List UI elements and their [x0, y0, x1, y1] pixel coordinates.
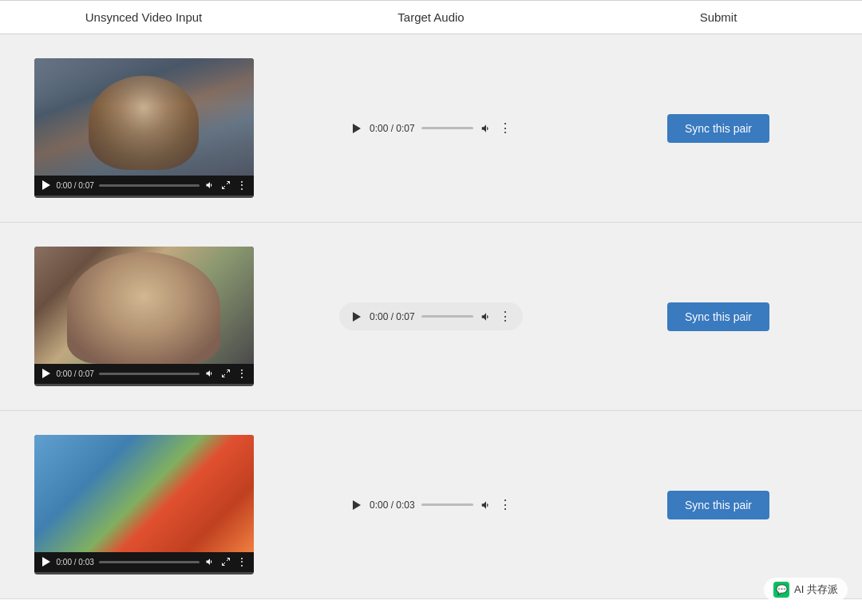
video-controls-2: 0:00 / 0:07 ⋮	[34, 364, 254, 384]
audio-play-btn-2[interactable]	[350, 310, 363, 323]
video-player-3[interactable]: 0:00 / 0:03 ⋮	[34, 435, 254, 575]
audio-cell-2: 0:00 / 0:07 ⋮	[287, 302, 575, 330]
audio-volume-btn-3[interactable]	[480, 499, 492, 511]
audio-player-2: 0:00 / 0:07 ⋮	[339, 302, 523, 330]
video-menu-btn-2[interactable]: ⋮	[236, 368, 247, 379]
rows-container: 0:00 / 0:07 ⋮ 0:00 /	[0, 34, 862, 599]
audio-cell-1: 0:00 / 0:07 ⋮	[287, 114, 575, 142]
video-cell-3: 0:00 / 0:03 ⋮	[0, 435, 287, 575]
video-player-2[interactable]: 0:00 / 0:07 ⋮	[34, 247, 254, 386]
table-header: Unsynced Video Input Target Audio Submit	[0, 0, 862, 34]
audio-progress-bar-3[interactable]	[421, 503, 473, 506]
submit-cell-2: Sync this pair	[575, 302, 862, 331]
video-time-1: 0:00 / 0:07	[57, 181, 94, 190]
submit-cell-1: Sync this pair	[575, 114, 862, 143]
video-volume-2[interactable]	[204, 368, 216, 379]
video-thumbnail-1	[34, 58, 254, 176]
svg-line-2	[227, 370, 230, 373]
video-thumbnail-2	[34, 247, 254, 364]
video-volume-3[interactable]	[204, 556, 216, 567]
audio-time-3: 0:00 / 0:03	[370, 500, 415, 511]
video-play-btn-1[interactable]	[41, 180, 52, 191]
sync-pair-btn-3[interactable]: Sync this pair	[667, 491, 769, 519]
video-controls-1: 0:00 / 0:07 ⋮	[34, 176, 254, 195]
video-time-2: 0:00 / 0:07	[57, 369, 94, 378]
sync-pair-btn-1[interactable]: Sync this pair	[667, 114, 769, 143]
video-fullscreen-2[interactable]	[220, 368, 231, 379]
sync-pair-btn-2[interactable]: Sync this pair	[667, 302, 769, 331]
audio-time-1: 0:00 / 0:07	[370, 123, 415, 134]
audio-menu-btn-3[interactable]: ⋮	[499, 497, 512, 512]
video-time-3: 0:00 / 0:03	[57, 558, 94, 567]
video-menu-btn-3[interactable]: ⋮	[236, 556, 247, 567]
audio-progress-bar-1[interactable]	[421, 127, 473, 129]
video-controls-3: 0:00 / 0:03 ⋮	[34, 552, 254, 572]
submit-cell-3: Sync this pair	[575, 491, 862, 519]
video-cell-1: 0:00 / 0:07 ⋮	[0, 58, 287, 198]
audio-player-1: 0:00 / 0:07 ⋮	[339, 114, 523, 142]
video-progress-2[interactable]	[99, 373, 200, 375]
video-volume-1[interactable]	[204, 180, 216, 191]
video-progress-3[interactable]	[99, 561, 200, 563]
audio-play-btn-3[interactable]	[350, 499, 363, 511]
svg-line-5	[222, 563, 225, 566]
video-progress-1[interactable]	[99, 184, 200, 187]
audio-progress-bar-2[interactable]	[421, 315, 473, 318]
table-row-2: 0:00 / 0:07 ⋮ 0:00 /	[0, 223, 862, 411]
video-play-btn-2[interactable]	[41, 368, 52, 379]
video-menu-btn-1[interactable]: ⋮	[236, 180, 247, 191]
svg-line-4	[227, 559, 230, 562]
watermark: 💬 AI 共存派	[764, 578, 848, 602]
wechat-icon: 💬	[773, 582, 789, 598]
svg-line-0	[227, 182, 230, 185]
audio-menu-btn-2[interactable]: ⋮	[499, 309, 512, 324]
video-seek-bar-1[interactable]	[34, 195, 254, 198]
table-row-3: 0:00 / 0:03 ⋮ 0:00 /	[0, 411, 862, 599]
video-play-btn-3[interactable]	[41, 556, 52, 567]
svg-line-1	[222, 186, 225, 189]
audio-player-3: 0:00 / 0:03 ⋮	[339, 491, 523, 519]
video-seek-bar-3[interactable]	[34, 572, 254, 575]
header-video: Unsynced Video Input	[0, 10, 287, 24]
video-seek-bar-2[interactable]	[34, 384, 254, 386]
video-fullscreen-1[interactable]	[220, 180, 231, 191]
svg-line-3	[222, 374, 225, 377]
table-row-1: 0:00 / 0:07 ⋮ 0:00 /	[0, 34, 862, 223]
audio-time-2: 0:00 / 0:07	[370, 311, 415, 322]
audio-menu-btn-1[interactable]: ⋮	[499, 120, 512, 136]
video-cell-2: 0:00 / 0:07 ⋮	[0, 247, 287, 386]
audio-volume-btn-1[interactable]	[480, 122, 492, 135]
audio-cell-3: 0:00 / 0:03 ⋮	[287, 491, 575, 519]
header-audio: Target Audio	[287, 10, 575, 24]
audio-play-btn-1[interactable]	[350, 122, 363, 135]
audio-volume-btn-2[interactable]	[480, 310, 492, 323]
header-submit: Submit	[575, 10, 862, 24]
video-player-1[interactable]: 0:00 / 0:07 ⋮	[34, 58, 254, 198]
video-thumbnail-3	[34, 435, 254, 552]
watermark-text: AI 共存派	[794, 582, 838, 597]
video-fullscreen-3[interactable]	[220, 556, 231, 567]
